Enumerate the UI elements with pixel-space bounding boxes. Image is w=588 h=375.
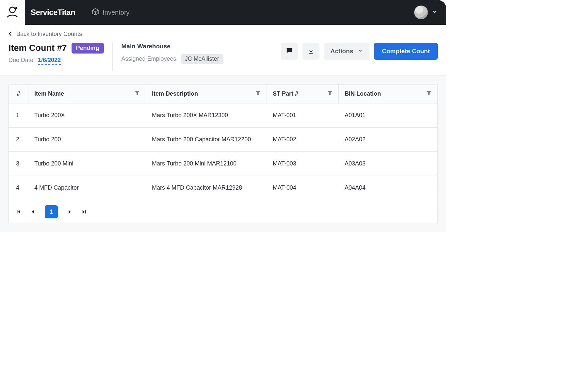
brand-logo xyxy=(0,0,25,25)
status-badge: Pending xyxy=(72,43,104,54)
cell-bin: A03A03 xyxy=(339,152,437,176)
cell-num: 3 xyxy=(9,152,28,176)
table-row[interactable]: 2Turbo 200Mars Turbo 200 Capacitor MAR12… xyxy=(9,128,437,152)
cell-item-name: Turbo 200 xyxy=(28,128,146,151)
user-menu[interactable] xyxy=(414,6,438,19)
table-row[interactable]: 1Turbo 200XMars Turbo 200X MAR12300MAT-0… xyxy=(9,103,437,128)
back-link[interactable]: Back to Inventory Counts xyxy=(8,31,438,38)
table-header: # Item Name Item Description ST Part # B… xyxy=(9,85,437,103)
cell-item-desc: Mars Turbo 200 Capacitor MAR12200 xyxy=(146,128,267,151)
cell-bin: A02A02 xyxy=(339,128,437,151)
svg-rect-1 xyxy=(309,53,313,54)
assigned-employee-chip: JC McAllister xyxy=(181,54,223,64)
warehouse-block: Main Warehouse Assigned Employees JC McA… xyxy=(122,43,223,64)
chat-icon xyxy=(286,47,293,55)
cell-num: 4 xyxy=(9,176,28,200)
title-block: Item Count #7 Pending Due Date 1/6/2022 xyxy=(8,43,104,65)
brand-name: ServiceTitan xyxy=(31,8,75,17)
chevron-left-icon xyxy=(8,31,12,38)
subheader: Back to Inventory Counts Item Count #7 P… xyxy=(0,25,446,75)
page-title: Item Count #7 xyxy=(8,43,67,53)
cell-num: 1 xyxy=(9,103,28,127)
page-number[interactable]: 1 xyxy=(45,205,58,218)
cell-bin: A04A04 xyxy=(339,176,437,200)
due-date-label: Due Date xyxy=(8,57,33,65)
col-item-name: Item Name xyxy=(28,85,146,103)
filter-icon[interactable] xyxy=(255,90,261,97)
cell-item-name: 4 MFD Capacitor xyxy=(28,176,146,200)
cell-bin: A01A01 xyxy=(339,103,437,127)
due-date-value[interactable]: 1/6/2022 xyxy=(38,57,61,65)
complete-count-button[interactable]: Complete Count xyxy=(374,43,438,60)
cell-part: MAT-004 xyxy=(267,176,339,200)
filter-icon[interactable] xyxy=(426,90,432,97)
page-next-button[interactable] xyxy=(68,210,72,214)
actions-label: Actions xyxy=(331,48,353,55)
content: # Item Name Item Description ST Part # B… xyxy=(0,75,446,232)
col-item-desc: Item Description xyxy=(146,85,267,103)
col-num: # xyxy=(9,85,28,103)
col-bin: BIN Location xyxy=(339,85,437,103)
back-link-label: Back to Inventory Counts xyxy=(16,31,82,38)
actions-dropdown[interactable]: Actions xyxy=(324,43,370,60)
cell-num: 2 xyxy=(9,128,28,151)
page-first-button[interactable] xyxy=(16,210,21,214)
nav-inventory[interactable]: Inventory xyxy=(91,8,129,17)
chevron-down-icon xyxy=(432,9,438,16)
cell-part: MAT-002 xyxy=(267,128,339,151)
col-part: ST Part # xyxy=(267,85,339,103)
pager: 1 xyxy=(9,200,437,224)
table-row[interactable]: 3Turbo 200 MiniMars Turbo 200 Mini MAR12… xyxy=(9,152,437,176)
cell-item-desc: Mars 4 MFD Capacitor MAR12928 xyxy=(146,176,267,200)
topbar: ServiceTitan Inventory xyxy=(0,0,446,25)
box-icon xyxy=(91,8,99,17)
svg-point-0 xyxy=(9,7,15,13)
filter-icon[interactable] xyxy=(135,90,140,97)
table-row[interactable]: 44 MFD CapacitorMars 4 MFD Capacitor MAR… xyxy=(9,176,437,200)
chevron-down-icon xyxy=(358,48,363,55)
download-button[interactable] xyxy=(302,43,319,60)
comments-button[interactable] xyxy=(281,43,298,60)
avatar xyxy=(414,6,428,19)
cell-item-name: Turbo 200 Mini xyxy=(28,152,146,176)
items-table: # Item Name Item Description ST Part # B… xyxy=(8,84,438,224)
complete-count-label: Complete Count xyxy=(382,48,430,55)
cell-item-name: Turbo 200X xyxy=(28,103,146,127)
filter-icon[interactable] xyxy=(327,90,333,97)
assigned-label: Assigned Employees xyxy=(122,55,176,62)
divider xyxy=(112,43,113,71)
page-last-button[interactable] xyxy=(82,210,87,214)
cell-part: MAT-003 xyxy=(267,152,339,176)
cell-item-desc: Mars Turbo 200 Mini MAR12100 xyxy=(146,152,267,176)
cell-part: MAT-001 xyxy=(267,103,339,127)
download-icon xyxy=(307,47,315,55)
page-prev-button[interactable] xyxy=(30,210,35,214)
action-cluster: Actions Complete Count xyxy=(281,43,438,60)
cell-item-desc: Mars Turbo 200X MAR12300 xyxy=(146,103,267,127)
warehouse-name: Main Warehouse xyxy=(122,43,223,50)
nav-inventory-label: Inventory xyxy=(103,9,129,16)
